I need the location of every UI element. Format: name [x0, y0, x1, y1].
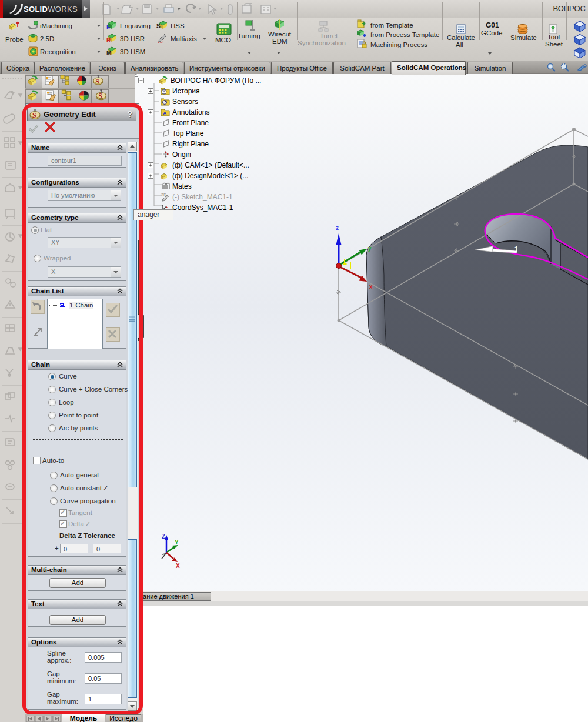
svg-text:S: S — [96, 78, 99, 85]
svg-text:R: R — [106, 37, 111, 43]
svg-text:(ф) DesignModel<1> (...: (ф) DesignModel<1> (... — [172, 172, 248, 180]
svg-text:История: История — [172, 87, 200, 95]
svg-text:Y: Y — [175, 539, 179, 546]
svg-text:M: M — [106, 50, 111, 56]
svg-text:Sensors: Sensors — [172, 98, 198, 106]
svg-text:A: A — [163, 111, 167, 116]
svg-text:Origin: Origin — [172, 151, 191, 159]
svg-text:z: z — [336, 225, 339, 231]
svg-text:Mates: Mates — [172, 182, 192, 190]
svg-text:Front Plane: Front Plane — [172, 119, 209, 127]
svg-text:(-) Sketch_MAC1-1: (-) Sketch_MAC1-1 — [172, 193, 233, 201]
svg-text:1: 1 — [514, 244, 519, 254]
svg-text:X: X — [176, 563, 180, 569]
svg-text:x: x — [369, 283, 373, 290]
svg-text:S: S — [32, 111, 36, 119]
svg-text:Right Plane: Right Plane — [172, 140, 209, 148]
svg-text:S: S — [156, 23, 161, 29]
svg-text:ВОПРОС НА ФОРУМ (По ...: ВОПРОС НА ФОРУМ (По ... — [171, 76, 261, 85]
svg-text:CoordSys_MAC1-1: CoordSys_MAC1-1 — [172, 203, 233, 212]
svg-text:Annotations: Annotations — [172, 108, 209, 116]
svg-text:Top Plane: Top Plane — [172, 129, 204, 138]
svg-text:Z: Z — [162, 533, 165, 540]
svg-text:E: E — [106, 24, 111, 30]
svg-text:(ф) CAM<1> (Default<...: (ф) CAM<1> (Default<... — [172, 161, 249, 169]
svg-text:y: y — [368, 245, 372, 252]
